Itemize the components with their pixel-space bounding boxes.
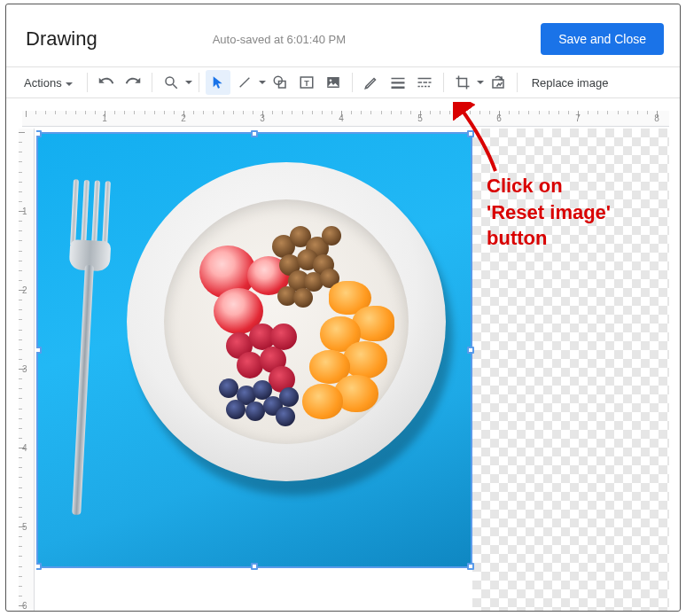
svg-rect-14: [423, 82, 427, 83]
zoom-dropdown[interactable]: [184, 81, 193, 85]
image-tool[interactable]: [321, 70, 346, 95]
crop-dropdown[interactable]: [476, 81, 485, 85]
svg-rect-15: [428, 82, 431, 83]
svg-text:T: T: [304, 79, 309, 88]
selection-handle-sw[interactable]: [36, 563, 42, 570]
dialog-header: Drawing Auto-saved at 6:01:40 PM Save an…: [6, 4, 680, 66]
actions-menu-label: Actions: [24, 76, 62, 90]
textbox-tool[interactable]: T: [294, 70, 319, 95]
annotation-text: Click on 'Reset image' button: [487, 173, 646, 252]
undo-button[interactable]: [94, 70, 119, 95]
selection-handle-ne[interactable]: [467, 130, 474, 137]
drawing-dialog: Drawing Auto-saved at 6:01:40 PM Save an…: [5, 4, 681, 612]
separator: [87, 73, 88, 92]
border-color-button[interactable]: [359, 70, 384, 95]
autosave-status: Auto-saved at 6:01:40 PM: [213, 33, 346, 46]
svg-rect-9: [391, 78, 404, 80]
zoom-button[interactable]: [159, 70, 183, 95]
svg-rect-12: [417, 78, 431, 80]
dialog-title: Drawing: [26, 27, 97, 51]
svg-rect-16: [417, 86, 419, 88]
border-weight-button[interactable]: [386, 70, 410, 95]
separator: [443, 73, 444, 92]
inserted-image[interactable]: [36, 132, 472, 568]
svg-point-0: [166, 77, 174, 85]
actions-menu[interactable]: Actions: [19, 73, 78, 93]
separator: [352, 73, 353, 92]
save-and-close-button[interactable]: Save and Close: [541, 23, 664, 55]
svg-line-1: [173, 84, 177, 89]
selection-handle-e[interactable]: [467, 347, 474, 354]
separator: [199, 73, 199, 92]
bowl-graphic: [127, 162, 446, 481]
svg-rect-17: [421, 86, 423, 88]
svg-line-2: [239, 78, 249, 88]
svg-rect-11: [391, 87, 404, 90]
reset-image-button[interactable]: [486, 70, 511, 95]
redo-button[interactable]: [121, 70, 145, 95]
line-tool[interactable]: [232, 70, 257, 95]
shape-tool[interactable]: [268, 70, 292, 95]
fork-graphic: [52, 179, 116, 518]
svg-rect-13: [417, 82, 422, 83]
crop-button[interactable]: [450, 70, 475, 95]
horizontal-ruler: 12345678: [22, 111, 669, 127]
selection-handle-nw[interactable]: [36, 130, 42, 137]
chevron-down-icon: [66, 76, 73, 90]
replace-image-label: Replace image: [532, 76, 609, 90]
separator: [152, 73, 152, 92]
vertical-ruler: 123456: [19, 129, 35, 611]
selection-handle-s[interactable]: [251, 563, 258, 570]
line-dropdown[interactable]: [258, 81, 267, 85]
separator: [517, 73, 518, 92]
selection-handle-w[interactable]: [36, 347, 42, 354]
svg-rect-18: [425, 86, 426, 88]
selection-handle-n[interactable]: [251, 130, 258, 137]
border-dash-button[interactable]: [412, 70, 437, 95]
toolbar: Actions: [6, 66, 680, 98]
select-tool[interactable]: [206, 70, 230, 95]
selection-handle-se[interactable]: [467, 563, 474, 570]
replace-image-menu[interactable]: Replace image: [526, 73, 614, 93]
svg-point-8: [329, 79, 331, 82]
svg-rect-19: [427, 86, 429, 88]
svg-rect-10: [391, 82, 404, 83]
